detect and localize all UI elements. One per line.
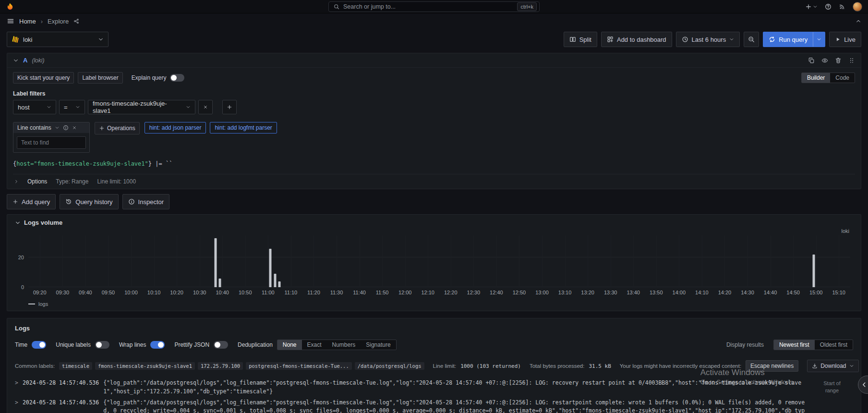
add-query-button[interactable]: Add query	[7, 194, 56, 209]
query-operand: ``	[166, 160, 172, 167]
run-query-button[interactable]: Run query	[763, 32, 813, 47]
datasource-picker[interactable]: loki	[7, 32, 108, 47]
user-avatar[interactable]	[853, 2, 862, 12]
label-filter-row: host = fmons-timescale-zsuk9uje-slave1	[13, 100, 855, 114]
add-operation-button[interactable]: Operations	[95, 122, 140, 134]
disable-query-button[interactable]	[821, 57, 828, 64]
help-button[interactable]	[825, 3, 832, 10]
escape-warning-label: Your logs might have incorrectly escaped…	[620, 363, 741, 369]
log-row[interactable]: >2024-05-28 14:57:40.536{"log_path":"/da…	[15, 379, 807, 396]
search-input[interactable]	[343, 3, 513, 10]
display-option-oldest-first[interactable]: Oldest first	[815, 340, 853, 350]
add-to-dashboard-button[interactable]: Add to dashboard	[601, 32, 672, 47]
volume-bar[interactable]	[269, 249, 272, 287]
toggle-switch[interactable]	[95, 341, 109, 349]
x-tick-label: 12:20	[444, 290, 458, 295]
log-timestamp: 2024-05-28 14:57:40.536	[23, 399, 99, 407]
duplicate-query-button[interactable]	[808, 57, 815, 64]
operation-header[interactable]: Line contains	[13, 122, 89, 133]
control-label: Time	[15, 341, 27, 348]
logs-controls-row: TimeUnique labelsWrap linesPrettify JSON…	[15, 340, 853, 350]
x-gridline	[656, 235, 657, 287]
split-button[interactable]: Split	[564, 32, 597, 47]
editor-mode-code[interactable]: Code	[830, 73, 855, 83]
logs-panel-title: Logs	[15, 322, 853, 340]
explain-query-toggle[interactable]	[170, 74, 184, 82]
remove-query-button[interactable]	[835, 57, 842, 64]
dedup-option-exact[interactable]: Exact	[302, 340, 327, 350]
x-tick-label: 11:30	[330, 290, 343, 295]
volume-bar[interactable]	[219, 279, 221, 288]
x-tick-label: 14:40	[764, 290, 777, 295]
grip-icon	[848, 57, 855, 64]
log-row[interactable]: >2024-05-28 14:57:40.536{"log_path":"/da…	[15, 399, 807, 413]
query-brace-close: }	[148, 160, 152, 167]
mega-menu-toggle[interactable]	[7, 17, 14, 25]
remove-operation-icon[interactable]	[72, 125, 77, 130]
collapse-query-icon[interactable]	[13, 58, 19, 63]
dedup-option-numbers[interactable]: Numbers	[327, 340, 361, 350]
query-options-row[interactable]: Options Type: Range Line limit: 1000	[13, 174, 855, 189]
collapse-panel-icon[interactable]	[15, 220, 21, 226]
x-gridline	[839, 235, 839, 287]
toggle-switch[interactable]	[214, 341, 228, 349]
run-query-button-group: Run query	[763, 32, 825, 47]
inspector-button[interactable]: Inspector	[122, 194, 169, 209]
new-menu-button[interactable]	[805, 3, 818, 10]
run-query-interval-dropdown[interactable]	[813, 32, 825, 47]
escape-newlines-button[interactable]: Escape newlines	[746, 360, 798, 372]
expand-row-icon[interactable]: >	[15, 379, 18, 388]
options-type: Type: Range	[56, 178, 88, 185]
info-icon[interactable]	[63, 125, 69, 131]
display-option-newest-first[interactable]: Newest first	[774, 340, 815, 350]
query-hint-button[interactable]: hint: add json parser	[145, 122, 206, 134]
share-shortcut-button[interactable]	[73, 18, 79, 24]
query-history-button[interactable]: Query history	[60, 194, 118, 209]
x-gridline	[131, 235, 132, 287]
label-value-select[interactable]: fmons-timescale-zsuk9uje-slave1	[88, 100, 195, 114]
split-icon	[569, 36, 576, 43]
logs-volume-panel: Logs volume 020 loki 09:2009:3009:4009:5…	[7, 214, 861, 311]
query-operator: |=	[152, 160, 166, 167]
text-to-find-input[interactable]	[17, 136, 86, 149]
chevron-down-icon	[47, 105, 51, 109]
news-button[interactable]	[839, 3, 845, 10]
breadcrumb-home[interactable]: Home	[19, 18, 36, 25]
add-label-filter-button[interactable]	[222, 100, 237, 114]
toggle-switch[interactable]	[32, 341, 46, 349]
download-button[interactable]: Download	[807, 360, 858, 372]
volume-bar[interactable]	[812, 255, 815, 287]
label-key-select[interactable]: host	[13, 100, 56, 114]
grafana-logo[interactable]	[6, 2, 14, 11]
toggle-switch[interactable]	[150, 341, 165, 349]
expand-row-icon[interactable]: >	[15, 399, 18, 407]
time-range-picker[interactable]: Last 6 hours	[676, 32, 740, 47]
query-ref-id[interactable]: A	[23, 57, 27, 64]
query-hint-button[interactable]: hint: add logfmt parser	[210, 122, 277, 134]
dedup-option-signature[interactable]: Signature	[361, 340, 396, 350]
breadcrumb-explore[interactable]: Explore	[48, 18, 69, 25]
dock-topnav-button[interactable]	[856, 18, 861, 24]
volume-bar[interactable]	[214, 238, 217, 287]
kick-start-query-button[interactable]: Kick start your query	[13, 72, 74, 84]
dedup-option-none[interactable]: None	[277, 340, 302, 350]
legend-label[interactable]: logs	[38, 301, 48, 307]
label-browser-button[interactable]: Label browser	[78, 72, 122, 84]
chevron-down-icon	[55, 125, 60, 130]
logs-volume-legend[interactable]: logs	[28, 301, 856, 307]
search-bar[interactable]: ctrl+k	[328, 1, 540, 12]
remove-label-filter-button[interactable]	[198, 100, 213, 114]
series-tag[interactable]: loki	[841, 228, 849, 234]
editor-mode-builder[interactable]: Builder	[802, 73, 830, 83]
logs-volume-header[interactable]: Logs volume	[12, 218, 856, 228]
dashboard-add-icon	[607, 36, 614, 43]
label-operator-select[interactable]: =	[59, 100, 85, 114]
x-tick-label: 11:00	[262, 290, 275, 295]
help-icon	[825, 3, 832, 10]
drag-query-handle[interactable]	[848, 57, 855, 64]
volume-bar[interactable]	[274, 274, 276, 287]
live-button[interactable]: Live	[829, 32, 861, 47]
line-limit-value: 1000 (103 returned)	[460, 363, 521, 369]
volume-bar[interactable]	[278, 281, 281, 287]
zoom-out-time-button[interactable]	[744, 32, 759, 47]
